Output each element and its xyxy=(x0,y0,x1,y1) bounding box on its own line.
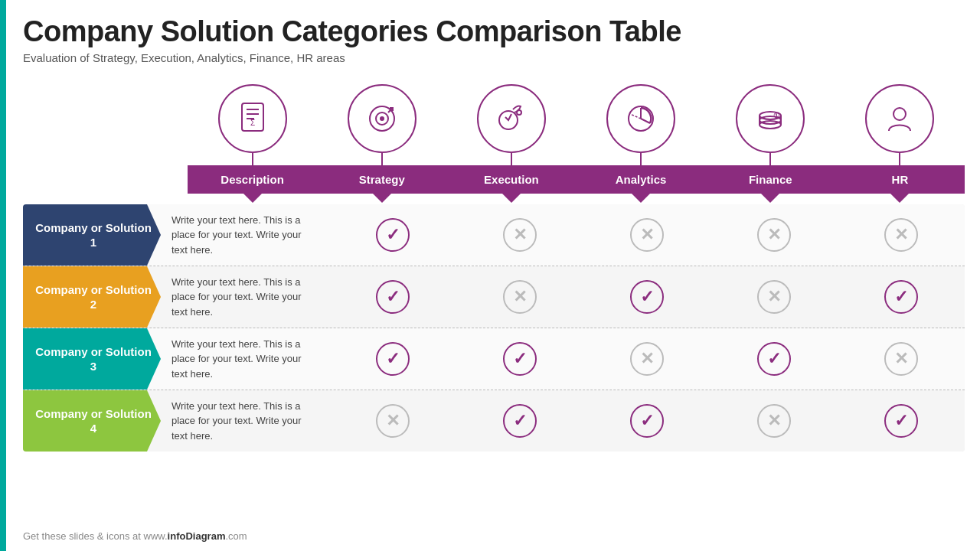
table-body: Company or Solution 1 Write your text he… xyxy=(23,204,965,452)
svg-text:Σ: Σ xyxy=(250,119,254,127)
row-description-1: Write your text here. This is a place fo… xyxy=(161,205,329,266)
page-subtitle: Evaluation of Strategy, Execution, Analy… xyxy=(23,51,957,64)
x-icon: ✕ xyxy=(757,404,791,438)
row-cells-1: ✓ ✕ ✕ ✕ ✕ xyxy=(329,204,965,266)
footer-text-end: .com xyxy=(225,530,247,542)
row-label-3: Company or Solution 3 xyxy=(23,328,161,390)
col-header-description: Σ Description xyxy=(188,84,317,194)
footer: Get these slides & icons at www.infoDiag… xyxy=(23,530,247,542)
row-cells-2: ✓ ✕ ✓ ✕ ✓ xyxy=(329,266,965,328)
col-header-analytics: Analytics xyxy=(577,84,706,194)
finance-icon: ① xyxy=(750,99,790,139)
check-icon: ✓ xyxy=(376,342,410,376)
svg-text:①: ① xyxy=(773,112,779,119)
col-header-strategy: Strategy xyxy=(317,84,446,194)
strategy-connector xyxy=(381,153,383,165)
col-label-strategy: Strategy xyxy=(317,165,446,194)
row-cells-4: ✕ ✓ ✓ ✕ ✓ xyxy=(329,390,965,452)
check-icon: ✓ xyxy=(503,342,537,376)
x-icon: ✕ xyxy=(503,280,537,314)
col-label-analytics: Analytics xyxy=(577,165,706,194)
check-cell-2-3: ✕ xyxy=(710,266,838,328)
execution-icon-circle xyxy=(477,84,546,153)
check-cell-1-2: ✕ xyxy=(583,204,710,266)
table-row: Company or Solution 2 Write your text he… xyxy=(23,266,965,328)
col-label-finance: Finance xyxy=(706,165,835,194)
execution-connector xyxy=(511,153,512,165)
check-cell-4-3: ✕ xyxy=(710,390,838,452)
footer-text-bold: infoDiagram xyxy=(168,530,226,542)
hr-icon-circle xyxy=(865,84,934,153)
check-cell-3-2: ✕ xyxy=(583,328,710,390)
analytics-icon-circle xyxy=(606,84,675,153)
col-header-finance: ① Finance xyxy=(706,84,835,194)
check-icon: ✓ xyxy=(503,404,537,438)
x-icon: ✕ xyxy=(630,218,664,252)
finance-icon-circle: ① xyxy=(736,84,805,153)
check-icon: ✓ xyxy=(884,280,918,314)
check-cell-3-1: ✓ xyxy=(456,328,583,390)
svg-point-7 xyxy=(380,116,384,121)
x-icon: ✕ xyxy=(630,342,664,376)
analytics-icon xyxy=(621,99,661,139)
col-label-hr: HR xyxy=(835,165,965,194)
strategy-icon-circle xyxy=(348,84,416,153)
check-cell-4-2: ✓ xyxy=(583,390,710,452)
description-icon: Σ xyxy=(233,99,273,139)
check-cell-4-1: ✓ xyxy=(456,390,583,452)
check-cell-1-3: ✕ xyxy=(710,204,838,266)
col-label-execution: Execution xyxy=(446,165,576,194)
check-cell-2-0: ✓ xyxy=(329,266,456,328)
x-icon: ✕ xyxy=(884,342,918,376)
x-icon: ✕ xyxy=(757,218,791,252)
icon-header-row: Σ Description Strategy xyxy=(188,84,965,194)
table-row: Company or Solution 4 Write your text he… xyxy=(23,390,965,452)
comparison-table: Σ Description Strategy xyxy=(23,84,965,513)
check-cell-2-1: ✕ xyxy=(456,266,583,328)
col-header-execution: Execution xyxy=(446,84,576,194)
row-label-1: Company or Solution 1 xyxy=(23,204,161,266)
check-icon: ✓ xyxy=(630,280,664,314)
check-icon: ✓ xyxy=(376,280,410,314)
row-description-2: Write your text here. This is a place fo… xyxy=(161,267,329,328)
svg-point-18 xyxy=(893,108,906,120)
check-cell-2-4: ✓ xyxy=(838,266,965,328)
x-icon: ✕ xyxy=(757,280,791,314)
description-icon-circle: Σ xyxy=(218,84,287,153)
hr-connector xyxy=(899,153,900,165)
analytics-connector xyxy=(640,153,642,165)
table-row: Company or Solution 1 Write your text he… xyxy=(23,204,965,266)
check-cell-4-4: ✓ xyxy=(838,390,965,452)
description-connector xyxy=(252,153,253,165)
check-cell-1-4: ✕ xyxy=(838,204,965,266)
x-icon: ✕ xyxy=(376,404,410,438)
check-cell-3-3: ✓ xyxy=(710,328,838,390)
execution-icon xyxy=(492,99,531,139)
check-cell-1-1: ✕ xyxy=(456,204,583,266)
table-row: Company or Solution 3 Write your text he… xyxy=(23,328,965,390)
row-label-2: Company or Solution 2 xyxy=(23,266,161,328)
row-label-4: Company or Solution 4 xyxy=(23,390,161,452)
check-icon: ✓ xyxy=(884,404,918,438)
col-header-hr: HR xyxy=(835,84,965,194)
check-icon: ✓ xyxy=(376,218,410,252)
hr-icon xyxy=(880,99,920,139)
footer-text-plain: Get these slides & icons at www. xyxy=(23,530,168,542)
check-icon: ✓ xyxy=(757,342,791,376)
finance-connector xyxy=(769,153,771,165)
row-cells-3: ✓ ✓ ✕ ✓ ✕ xyxy=(329,328,965,390)
check-cell-1-0: ✓ xyxy=(329,204,456,266)
x-icon: ✕ xyxy=(503,218,537,252)
check-cell-3-0: ✓ xyxy=(329,328,456,390)
x-icon: ✕ xyxy=(884,218,918,252)
left-accent-bar xyxy=(0,0,6,551)
check-cell-2-2: ✓ xyxy=(583,266,710,328)
col-label-description: Description xyxy=(188,165,317,194)
check-cell-3-4: ✕ xyxy=(838,328,965,390)
page-header: Company Solution Categories Comparison T… xyxy=(23,15,957,64)
check-cell-4-0: ✕ xyxy=(329,390,456,452)
svg-point-10 xyxy=(517,110,521,115)
check-icon: ✓ xyxy=(630,404,664,438)
page-title: Company Solution Categories Comparison T… xyxy=(23,15,957,48)
strategy-icon xyxy=(362,99,402,139)
